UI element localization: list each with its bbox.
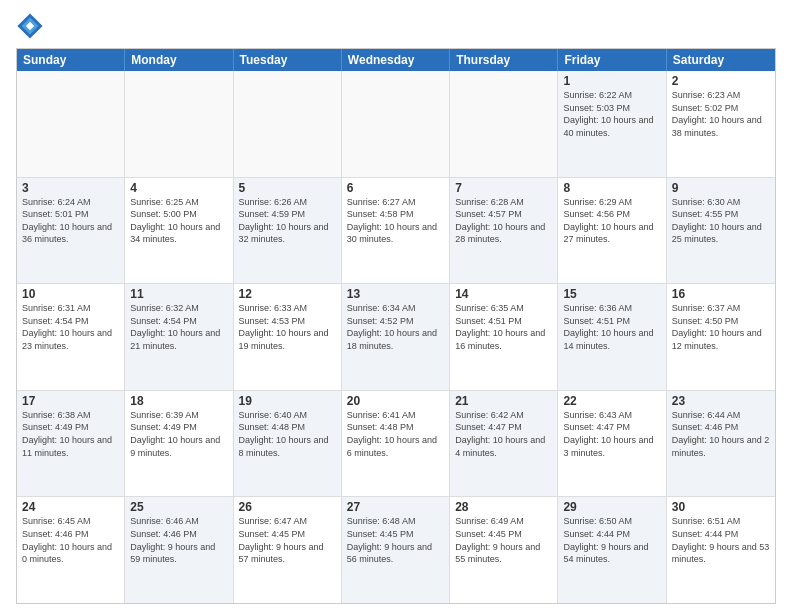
page: SundayMondayTuesdayWednesdayThursdayFrid…	[0, 0, 792, 612]
calendar-header-wednesday: Wednesday	[342, 49, 450, 71]
calendar-cell-2-5: 15Sunrise: 6:36 AM Sunset: 4:51 PM Dayli…	[558, 284, 666, 390]
day-info: Sunrise: 6:44 AM Sunset: 4:46 PM Dayligh…	[672, 409, 770, 459]
calendar-cell-0-4	[450, 71, 558, 177]
day-info: Sunrise: 6:32 AM Sunset: 4:54 PM Dayligh…	[130, 302, 227, 352]
day-number: 2	[672, 74, 770, 88]
calendar-cell-0-0	[17, 71, 125, 177]
day-info: Sunrise: 6:49 AM Sunset: 4:45 PM Dayligh…	[455, 515, 552, 565]
day-number: 8	[563, 181, 660, 195]
day-number: 19	[239, 394, 336, 408]
day-info: Sunrise: 6:25 AM Sunset: 5:00 PM Dayligh…	[130, 196, 227, 246]
day-number: 13	[347, 287, 444, 301]
calendar-header-sunday: Sunday	[17, 49, 125, 71]
calendar-cell-3-0: 17Sunrise: 6:38 AM Sunset: 4:49 PM Dayli…	[17, 391, 125, 497]
day-info: Sunrise: 6:39 AM Sunset: 4:49 PM Dayligh…	[130, 409, 227, 459]
calendar-cell-1-3: 6Sunrise: 6:27 AM Sunset: 4:58 PM Daylig…	[342, 178, 450, 284]
day-number: 16	[672, 287, 770, 301]
day-info: Sunrise: 6:47 AM Sunset: 4:45 PM Dayligh…	[239, 515, 336, 565]
day-info: Sunrise: 6:40 AM Sunset: 4:48 PM Dayligh…	[239, 409, 336, 459]
day-number: 3	[22, 181, 119, 195]
calendar-header-monday: Monday	[125, 49, 233, 71]
day-number: 5	[239, 181, 336, 195]
day-info: Sunrise: 6:28 AM Sunset: 4:57 PM Dayligh…	[455, 196, 552, 246]
day-info: Sunrise: 6:45 AM Sunset: 4:46 PM Dayligh…	[22, 515, 119, 565]
day-number: 29	[563, 500, 660, 514]
day-info: Sunrise: 6:37 AM Sunset: 4:50 PM Dayligh…	[672, 302, 770, 352]
day-info: Sunrise: 6:31 AM Sunset: 4:54 PM Dayligh…	[22, 302, 119, 352]
calendar-cell-4-2: 26Sunrise: 6:47 AM Sunset: 4:45 PM Dayli…	[234, 497, 342, 603]
calendar-cell-1-2: 5Sunrise: 6:26 AM Sunset: 4:59 PM Daylig…	[234, 178, 342, 284]
calendar-cell-4-1: 25Sunrise: 6:46 AM Sunset: 4:46 PM Dayli…	[125, 497, 233, 603]
calendar-cell-4-0: 24Sunrise: 6:45 AM Sunset: 4:46 PM Dayli…	[17, 497, 125, 603]
day-number: 9	[672, 181, 770, 195]
day-number: 24	[22, 500, 119, 514]
calendar-row-0: 1Sunrise: 6:22 AM Sunset: 5:03 PM Daylig…	[17, 71, 775, 177]
calendar-cell-3-6: 23Sunrise: 6:44 AM Sunset: 4:46 PM Dayli…	[667, 391, 775, 497]
day-info: Sunrise: 6:29 AM Sunset: 4:56 PM Dayligh…	[563, 196, 660, 246]
day-number: 28	[455, 500, 552, 514]
calendar-header-row: SundayMondayTuesdayWednesdayThursdayFrid…	[17, 49, 775, 71]
day-info: Sunrise: 6:22 AM Sunset: 5:03 PM Dayligh…	[563, 89, 660, 139]
calendar-cell-0-2	[234, 71, 342, 177]
day-info: Sunrise: 6:26 AM Sunset: 4:59 PM Dayligh…	[239, 196, 336, 246]
calendar-cell-1-1: 4Sunrise: 6:25 AM Sunset: 5:00 PM Daylig…	[125, 178, 233, 284]
day-info: Sunrise: 6:30 AM Sunset: 4:55 PM Dayligh…	[672, 196, 770, 246]
day-info: Sunrise: 6:42 AM Sunset: 4:47 PM Dayligh…	[455, 409, 552, 459]
day-number: 22	[563, 394, 660, 408]
calendar-header-tuesday: Tuesday	[234, 49, 342, 71]
day-number: 7	[455, 181, 552, 195]
calendar-cell-2-4: 14Sunrise: 6:35 AM Sunset: 4:51 PM Dayli…	[450, 284, 558, 390]
day-number: 1	[563, 74, 660, 88]
day-number: 27	[347, 500, 444, 514]
calendar: SundayMondayTuesdayWednesdayThursdayFrid…	[16, 48, 776, 604]
day-number: 30	[672, 500, 770, 514]
calendar-cell-2-6: 16Sunrise: 6:37 AM Sunset: 4:50 PM Dayli…	[667, 284, 775, 390]
day-info: Sunrise: 6:46 AM Sunset: 4:46 PM Dayligh…	[130, 515, 227, 565]
calendar-row-1: 3Sunrise: 6:24 AM Sunset: 5:01 PM Daylig…	[17, 177, 775, 284]
calendar-cell-4-4: 28Sunrise: 6:49 AM Sunset: 4:45 PM Dayli…	[450, 497, 558, 603]
day-info: Sunrise: 6:34 AM Sunset: 4:52 PM Dayligh…	[347, 302, 444, 352]
calendar-header-friday: Friday	[558, 49, 666, 71]
calendar-cell-3-2: 19Sunrise: 6:40 AM Sunset: 4:48 PM Dayli…	[234, 391, 342, 497]
calendar-cell-0-5: 1Sunrise: 6:22 AM Sunset: 5:03 PM Daylig…	[558, 71, 666, 177]
calendar-cell-0-1	[125, 71, 233, 177]
calendar-cell-1-4: 7Sunrise: 6:28 AM Sunset: 4:57 PM Daylig…	[450, 178, 558, 284]
calendar-cell-4-6: 30Sunrise: 6:51 AM Sunset: 4:44 PM Dayli…	[667, 497, 775, 603]
calendar-cell-2-0: 10Sunrise: 6:31 AM Sunset: 4:54 PM Dayli…	[17, 284, 125, 390]
day-number: 23	[672, 394, 770, 408]
calendar-header-thursday: Thursday	[450, 49, 558, 71]
day-info: Sunrise: 6:27 AM Sunset: 4:58 PM Dayligh…	[347, 196, 444, 246]
day-info: Sunrise: 6:41 AM Sunset: 4:48 PM Dayligh…	[347, 409, 444, 459]
day-info: Sunrise: 6:36 AM Sunset: 4:51 PM Dayligh…	[563, 302, 660, 352]
header	[16, 12, 776, 40]
calendar-cell-1-6: 9Sunrise: 6:30 AM Sunset: 4:55 PM Daylig…	[667, 178, 775, 284]
day-number: 26	[239, 500, 336, 514]
calendar-row-3: 17Sunrise: 6:38 AM Sunset: 4:49 PM Dayli…	[17, 390, 775, 497]
day-info: Sunrise: 6:48 AM Sunset: 4:45 PM Dayligh…	[347, 515, 444, 565]
calendar-cell-0-3	[342, 71, 450, 177]
calendar-header-saturday: Saturday	[667, 49, 775, 71]
day-number: 18	[130, 394, 227, 408]
calendar-cell-1-0: 3Sunrise: 6:24 AM Sunset: 5:01 PM Daylig…	[17, 178, 125, 284]
calendar-body: 1Sunrise: 6:22 AM Sunset: 5:03 PM Daylig…	[17, 71, 775, 603]
day-info: Sunrise: 6:50 AM Sunset: 4:44 PM Dayligh…	[563, 515, 660, 565]
calendar-cell-3-5: 22Sunrise: 6:43 AM Sunset: 4:47 PM Dayli…	[558, 391, 666, 497]
day-info: Sunrise: 6:35 AM Sunset: 4:51 PM Dayligh…	[455, 302, 552, 352]
calendar-cell-4-3: 27Sunrise: 6:48 AM Sunset: 4:45 PM Dayli…	[342, 497, 450, 603]
day-info: Sunrise: 6:38 AM Sunset: 4:49 PM Dayligh…	[22, 409, 119, 459]
day-number: 17	[22, 394, 119, 408]
calendar-cell-3-4: 21Sunrise: 6:42 AM Sunset: 4:47 PM Dayli…	[450, 391, 558, 497]
day-info: Sunrise: 6:24 AM Sunset: 5:01 PM Dayligh…	[22, 196, 119, 246]
calendar-row-4: 24Sunrise: 6:45 AM Sunset: 4:46 PM Dayli…	[17, 496, 775, 603]
day-number: 11	[130, 287, 227, 301]
day-number: 21	[455, 394, 552, 408]
day-number: 6	[347, 181, 444, 195]
day-info: Sunrise: 6:43 AM Sunset: 4:47 PM Dayligh…	[563, 409, 660, 459]
calendar-cell-2-2: 12Sunrise: 6:33 AM Sunset: 4:53 PM Dayli…	[234, 284, 342, 390]
day-number: 20	[347, 394, 444, 408]
logo-icon	[16, 12, 44, 40]
calendar-cell-2-3: 13Sunrise: 6:34 AM Sunset: 4:52 PM Dayli…	[342, 284, 450, 390]
day-number: 12	[239, 287, 336, 301]
day-number: 4	[130, 181, 227, 195]
day-info: Sunrise: 6:33 AM Sunset: 4:53 PM Dayligh…	[239, 302, 336, 352]
